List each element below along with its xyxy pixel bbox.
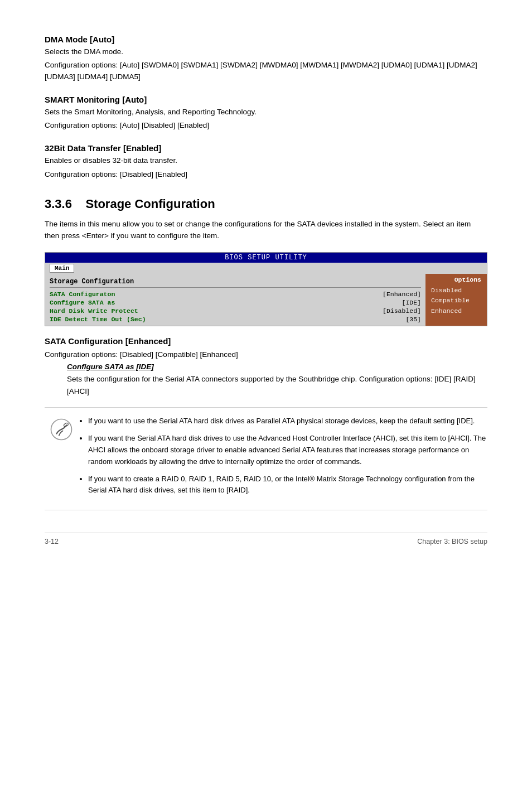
chapter-intro: The items in this menu allow you to set … xyxy=(45,218,487,242)
bios-nav-bar: Main xyxy=(45,263,487,274)
smart-monitoring-text-1: Sets the Smart Monitoring, Analysis, and… xyxy=(45,107,487,118)
bios-row-0: SATA Configuraton [Enhanced] xyxy=(50,290,421,298)
bios-label-2: Hard Disk Write Protect xyxy=(50,307,378,315)
note-bullets-list: If you want to use the Serial ATA hard d… xyxy=(78,416,487,502)
chapter-title: Storage Configuration xyxy=(85,197,215,211)
32bit-transfer-section: 32Bit Data Transfer [Enabled] Enables or… xyxy=(45,143,487,180)
bios-body: Storage Configuration SATA Configuraton … xyxy=(45,274,487,326)
footer-page-number: 3-12 xyxy=(45,538,59,545)
footer: 3-12 Chapter 3: BIOS setup xyxy=(45,533,487,545)
bios-row-2: Hard Disk Write Protect [Disabled] xyxy=(50,307,421,315)
bios-value-3: [35] xyxy=(405,316,421,323)
chapter-heading: 3.3.6 Storage Configuration xyxy=(45,197,487,211)
32bit-transfer-text-1: Enables or disables 32-bit data transfer… xyxy=(45,155,487,166)
footer-chapter: Chapter 3: BIOS setup xyxy=(417,538,487,545)
bios-row-3: IDE Detect Time Out (Sec) [35] xyxy=(50,315,421,323)
note-icon xyxy=(50,418,73,441)
storage-config-chapter: 3.3.6 Storage Configuration The items in… xyxy=(45,197,487,242)
bios-nav-main[interactable]: Main xyxy=(50,264,74,273)
sata-configure-sub-heading: Configure SATA as [IDE] xyxy=(67,363,487,371)
note-text-1: If you want the Serial ATA hard disk dri… xyxy=(88,434,486,466)
bios-utility-box: BIOS SETUP UTILITY Main Storage Configur… xyxy=(45,252,487,326)
bios-value-1: [IDE] xyxy=(402,299,421,306)
bios-label-3: IDE Detect Time Out (Sec) xyxy=(50,316,401,323)
bios-section-title: Storage Configuration xyxy=(50,276,421,288)
smart-monitoring-section: SMART Monitoring [Auto] Sets the Smart M… xyxy=(45,95,487,132)
sata-configure-sub-text: Sets the configuration for the Serial AT… xyxy=(67,373,487,397)
smart-monitoring-heading: SMART Monitoring [Auto] xyxy=(45,95,487,104)
bios-label-0: SATA Configuraton xyxy=(50,291,378,298)
note-box: If you want to use the Serial ATA hard d… xyxy=(45,407,487,510)
bios-row-1: Configure SATA as [IDE] xyxy=(50,298,421,307)
bios-main-panel: Storage Configuration SATA Configuraton … xyxy=(45,274,425,326)
chapter-number: 3.3.6 xyxy=(45,197,72,211)
dma-mode-section: DMA Mode [Auto] Selects the DMA mode. Co… xyxy=(45,35,487,83)
32bit-transfer-heading: 32Bit Data Transfer [Enabled] xyxy=(45,143,487,153)
sata-config-section: SATA Configuration [Enhanced] Configurat… xyxy=(45,336,487,397)
bios-label-1: Configure SATA as xyxy=(50,299,397,306)
bios-options-panel: Options Disabled Compatible Enhanced xyxy=(425,274,487,326)
smart-monitoring-text-2: Configuration options: [Auto] [Disabled]… xyxy=(45,120,487,131)
32bit-transfer-text-2: Configuration options: [Disabled] [Enabl… xyxy=(45,169,487,180)
bios-option-0: Disabled xyxy=(431,286,481,296)
bios-options-title: Options xyxy=(431,276,481,283)
bios-option-2: Enhanced xyxy=(431,306,481,316)
note-item-0: If you want to use the Serial ATA hard d… xyxy=(88,416,487,427)
bios-option-1: Compatible xyxy=(431,296,481,306)
dma-mode-heading: DMA Mode [Auto] xyxy=(45,35,487,44)
bios-value-0: [Enhanced] xyxy=(383,291,421,298)
sata-config-heading: SATA Configuration [Enhanced] xyxy=(45,336,487,346)
svg-point-1 xyxy=(64,423,69,428)
note-text-0: If you want to use the Serial ATA hard d… xyxy=(88,417,475,425)
note-item-1: If you want the Serial ATA hard disk dri… xyxy=(88,433,487,467)
dma-mode-text-1: Selects the DMA mode. xyxy=(45,46,487,57)
note-text-2: If you want to create a RAID 0, RAID 1, … xyxy=(88,475,475,495)
sata-config-options: Configuration options: [Disabled] [Compa… xyxy=(45,349,487,360)
note-item-2: If you want to create a RAID 0, RAID 1, … xyxy=(88,474,487,497)
bios-title-bar: BIOS SETUP UTILITY xyxy=(45,253,487,263)
bios-value-2: [Disabled] xyxy=(383,307,421,315)
note-icon-area xyxy=(45,416,78,502)
dma-mode-text-2: Configuration options: [Auto] [SWDMA0] [… xyxy=(45,60,487,83)
